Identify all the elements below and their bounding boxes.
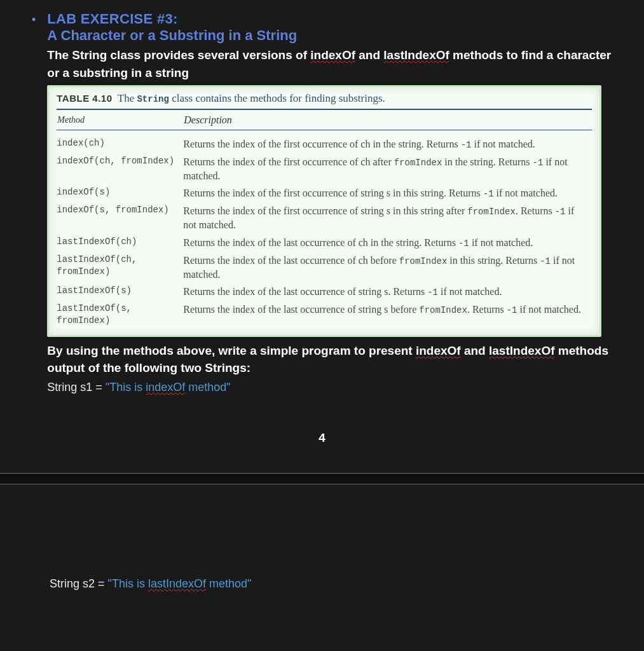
desc-cell: Returns the index of the last occurrence… (183, 301, 592, 329)
desc-mono: -1 (427, 287, 438, 298)
heading-block: LAB EXERCISE #3: A Character or a Substr… (47, 11, 619, 394)
method-cell: indexOf(ch, fromIndex) (57, 153, 183, 184)
intro-text: The String class provides several versio… (47, 46, 619, 81)
table-row: lastIndexOf(s, fromIndex) Returns the in… (57, 301, 592, 329)
desc-text: if not matched. (494, 188, 558, 198)
table-row: lastIndexOf(ch) Returns the index of the… (57, 234, 592, 252)
desc-text: Returns the index of the first occurrenc… (183, 205, 467, 216)
desc-mono: fromIndex (467, 207, 516, 217)
desc-mono: -1 (507, 305, 517, 315)
code-string-close: method" (206, 577, 251, 590)
desc-text: if not matched. (469, 237, 533, 248)
desc-text: Returns the index of the last occurrence… (183, 237, 458, 248)
table-caption-post: class contains the methods for finding s… (169, 92, 385, 104)
instr-word-lastindexof: lastIndexOf (489, 344, 554, 357)
method-cell: indexOf(s, fromIndex) (57, 202, 183, 233)
table-row: indexOf(ch, fromIndex) Returns the index… (57, 153, 592, 184)
code-prefix: String s1 = (47, 381, 106, 394)
spacer (0, 484, 644, 573)
code-line-s2: String s2 = "This is lastIndexOf method" (50, 577, 619, 591)
desc-text: Returns the index of the first occurrenc… (183, 188, 483, 198)
method-cell: lastIndexOf(ch, fromIndex) (57, 252, 183, 283)
bullet-icon: • (32, 11, 47, 27)
table-caption-string: String (137, 94, 168, 104)
table-caption: TABLE 4.10 The String class contains the… (57, 92, 592, 105)
content-block: • LAB EXERCISE #3: A Character or a Subs… (0, 11, 644, 394)
method-cell: lastIndexOf(ch) (57, 234, 183, 252)
desc-mono: fromIndex (419, 305, 467, 315)
table-row: lastIndexOf(s) Returns the index of the … (57, 283, 592, 301)
desc-mono: -1 (555, 207, 566, 217)
instruction-text: By using the methods above, write a simp… (47, 342, 619, 377)
desc-text: if not matched. (471, 139, 535, 149)
page-number: 4 (0, 431, 644, 445)
divider-gap (0, 474, 644, 484)
code-keyword-indexof: indexOf (146, 381, 185, 394)
desc-text: Returns the index of the last occurrence… (183, 286, 427, 297)
table-caption-pre: The (118, 92, 137, 104)
code-line-s1: String s1 = "This is indexOf method" (47, 381, 619, 394)
desc-mono: -1 (461, 140, 472, 150)
code-string-open: "This is (108, 577, 148, 590)
th-method: Method (57, 114, 183, 127)
desc-mono: -1 (458, 238, 469, 249)
desc-text: Returns the index of the first occurrenc… (183, 156, 394, 167)
lab-title-2: A Character or a Substring in a String (47, 27, 619, 44)
instr-mid: and (461, 344, 489, 357)
desc-cell: Returns the index of the last occurrence… (183, 252, 592, 283)
code-prefix: String s2 = (50, 577, 108, 590)
desc-cell: Returns the index of the first occurrenc… (183, 184, 592, 202)
bullet-item: • LAB EXERCISE #3: A Character or a Subs… (50, 11, 619, 394)
intro-pre: The String class provides several versio… (47, 48, 310, 62)
table-row: indexOf(s, fromIndex) Returns the index … (57, 202, 592, 233)
instr-word-indexof: indexOf (416, 344, 461, 357)
intro-mid: and (355, 48, 383, 62)
desc-text: if not matched. (517, 304, 581, 315)
desc-mono: fromIndex (394, 158, 442, 168)
desc-text: in this string. Returns (447, 255, 540, 266)
method-cell: lastIndexOf(s, fromIndex) (57, 301, 183, 329)
desc-mono: fromIndex (399, 256, 448, 266)
code-keyword-lastindexof: lastIndexOf (148, 577, 206, 590)
method-cell: lastIndexOf(s) (57, 283, 183, 301)
methods-table: Method Description index(ch) Returns the… (57, 114, 592, 329)
desc-text: Returns the index of the last occurrence… (183, 304, 419, 315)
desc-cell: Returns the index of the first occurrenc… (183, 202, 592, 233)
intro-word-indexof: indexOf (310, 48, 355, 62)
table-figure: TABLE 4.10 The String class contains the… (47, 85, 601, 337)
method-cell: index(ch) (57, 135, 183, 153)
document-page: • LAB EXERCISE #3: A Character or a Subs… (0, 0, 644, 610)
table-mid-rule (57, 130, 592, 130)
table-row: lastIndexOf(ch, fromIndex) Returns the i… (57, 252, 592, 283)
lab-title-1: LAB EXERCISE #3: (47, 11, 619, 27)
content-block-next-page: String s2 = "This is lastIndexOf method" (0, 577, 644, 591)
desc-cell: Returns the index of the first occurrenc… (183, 153, 592, 184)
code-string-open: "This is (106, 381, 146, 394)
desc-mono: -1 (540, 256, 551, 266)
desc-mono: -1 (483, 189, 494, 199)
table-number: TABLE 4.10 (57, 93, 112, 104)
desc-cell: Returns the index of the last occurrence… (183, 283, 592, 301)
page-break (0, 473, 644, 484)
code-string-close: method" (185, 381, 230, 394)
desc-text: . Returns (467, 304, 507, 315)
desc-text: in the string. Returns (442, 156, 532, 167)
intro-word-lastindexof: lastIndexOf (383, 48, 449, 62)
instr-pre: By using the methods above, write a simp… (47, 344, 416, 357)
desc-text: Returns the index of the first occurrenc… (183, 139, 460, 149)
table-header-row: Method Description (57, 114, 592, 127)
desc-text: if not matched. (438, 286, 502, 297)
method-cell: indexOf(s) (57, 184, 183, 202)
table-row: index(ch) Returns the index of the first… (57, 135, 592, 153)
desc-text: . Returns (516, 205, 555, 216)
table-row: indexOf(s) Returns the index of the firs… (57, 184, 592, 202)
table-top-rule (57, 109, 592, 110)
th-description: Description (183, 114, 592, 127)
desc-cell: Returns the index of the first occurrenc… (183, 135, 592, 153)
desc-cell: Returns the index of the last occurrence… (183, 234, 592, 252)
desc-mono: -1 (533, 158, 544, 168)
desc-text: Returns the index of the last occurrence… (183, 255, 399, 266)
